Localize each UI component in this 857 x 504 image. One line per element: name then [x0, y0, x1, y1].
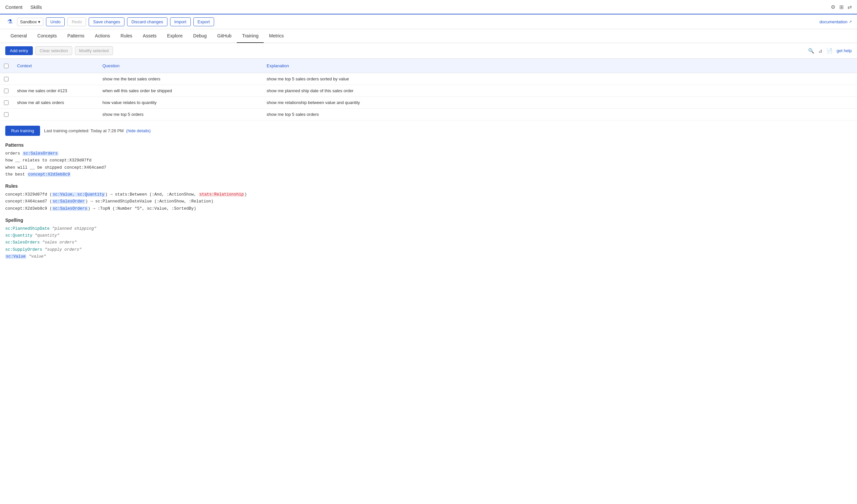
row1-context: [13, 73, 99, 85]
spell2-concept: sc:Quantity: [5, 233, 33, 238]
spelling-line-5: sc:Value "value": [5, 253, 852, 260]
table-row: show me sales order #123 when will this …: [0, 85, 857, 97]
search-icon[interactable]: 🔍: [808, 48, 814, 54]
tab-concepts[interactable]: Concepts: [32, 29, 62, 43]
spell5-value: "value": [29, 254, 46, 259]
row2-context: show me sales order #123: [13, 85, 99, 97]
rules-code: concept:X329d07fd (sc:Value, sc:Quantity…: [5, 191, 852, 212]
filter-icon[interactable]: ⊿: [818, 48, 823, 54]
row2-question: when will this sales order be shipped: [99, 85, 263, 97]
run-training-bar: Run training Last training completed: To…: [5, 126, 852, 136]
row1-question: show me the best sales orders: [99, 73, 263, 85]
patterns-heading: Patterns: [5, 142, 852, 147]
run-training-button[interactable]: Run training: [5, 126, 40, 136]
sandbox-select[interactable]: Sandbox ▾: [17, 18, 43, 26]
spell3-concept: sc:SalesOrders: [5, 240, 40, 245]
rule1-and: :And: [152, 192, 162, 197]
top-icons: ⚙ ⊞ ⇄: [831, 4, 852, 10]
pattern-line-4: the best concept:X2d3eb8c9: [5, 171, 852, 178]
tab-training[interactable]: Training: [237, 29, 264, 43]
pattern-line-1: orders sc:SalesOrders: [5, 150, 852, 157]
flow-icon[interactable]: ⇄: [847, 4, 852, 10]
row3-explanation: show me relationship between value and q…: [263, 97, 857, 108]
tab-debug[interactable]: Debug: [188, 29, 212, 43]
tab-patterns[interactable]: Patterns: [62, 29, 90, 43]
top-bar-right: ⚙ ⊞ ⇄: [831, 4, 852, 10]
table-icon[interactable]: ⊞: [839, 4, 843, 10]
undo-button[interactable]: Undo: [46, 17, 65, 26]
row3-checkbox: [0, 97, 13, 108]
nav-content[interactable]: Content: [5, 3, 23, 11]
spell4-concept: sc:SupplyOrders: [5, 247, 43, 252]
tab-assets[interactable]: Assets: [138, 29, 162, 43]
export-doc-icon[interactable]: 📄: [826, 48, 833, 54]
discard-changes-button[interactable]: Discard changes: [127, 17, 167, 26]
training-toolbar: Add entry Clear selection Modify selecte…: [0, 43, 857, 59]
spell1-value: "planned shipping": [52, 226, 97, 231]
tab-github[interactable]: GitHub: [212, 29, 237, 43]
hide-details-link[interactable]: (hide details): [126, 128, 150, 133]
spelling-line-2: sc:Quantity "quantity": [5, 232, 852, 239]
documentation-link[interactable]: documentation ↗: [820, 19, 852, 24]
tab-metrics[interactable]: Metrics: [264, 29, 289, 43]
table-header: Context Question Explanation: [0, 59, 857, 73]
row3-question: how value relates to quantity: [99, 97, 263, 108]
nav-skills[interactable]: Skills: [31, 3, 42, 11]
row1-explanation: show me top 5 sales orders sorted by val…: [263, 73, 857, 85]
spell1-concept: sc:PlannedShipDate: [5, 226, 50, 231]
rule2-highlight: sc:SalesOrder: [52, 199, 86, 204]
row1-check[interactable]: [4, 77, 9, 81]
redo-button[interactable]: Redo: [67, 17, 86, 26]
training-status: Last training completed: Today at 7:28 P…: [44, 128, 151, 133]
row2-explanation: show me planned ship date of this sales …: [263, 85, 857, 97]
modify-selected-button[interactable]: Modify selected: [75, 46, 113, 55]
import-button[interactable]: Import: [170, 17, 191, 26]
rule1-highlight1: sc:Value, sc:Quantity: [52, 192, 105, 197]
rule-line-3: concept:X2d3eb8c9 (sc:SalesOrders) → :To…: [5, 205, 852, 212]
training-table: Context Question Explanation show me the…: [0, 59, 857, 120]
table-row: show me all sales orders how value relat…: [0, 97, 857, 109]
external-link-icon: ↗: [849, 20, 852, 24]
tabs: General Concepts Patterns Actions Rules …: [0, 29, 857, 43]
row2-check[interactable]: [4, 89, 9, 93]
row3-check[interactable]: [4, 100, 9, 105]
table-row: show me the best sales orders show me to…: [0, 73, 857, 85]
training-toolbar-right: 🔍 ⊿ 📄 get help: [808, 48, 852, 54]
header-question: Question: [99, 62, 263, 70]
header-explanation: Explanation: [263, 62, 857, 70]
top-bar: Content Skills ⚙ ⊞ ⇄: [0, 0, 857, 14]
row4-check[interactable]: [4, 112, 9, 117]
spell3-value: "sales orders": [43, 240, 77, 245]
spelling-line-1: sc:PlannedShipDate "planned shipping": [5, 225, 852, 232]
get-help-label[interactable]: get help: [837, 48, 852, 53]
clear-selection-button[interactable]: Clear selection: [35, 46, 72, 55]
row2-checkbox: [0, 85, 13, 97]
header-checkbox-col: [0, 62, 13, 70]
spelling-heading: Spelling: [5, 218, 852, 223]
dna-icon[interactable]: ⚙: [831, 4, 835, 10]
tab-general[interactable]: General: [5, 29, 32, 43]
tab-explore[interactable]: Explore: [162, 29, 188, 43]
spell4-value: "supply orders": [45, 247, 82, 252]
row4-context: [13, 109, 99, 120]
sandbox-label: Sandbox: [20, 19, 37, 24]
select-all-checkbox[interactable]: [4, 64, 9, 68]
spell2-value: "quantity": [35, 233, 60, 238]
header-context: Context: [13, 62, 99, 70]
toolbar: ⚗ Sandbox ▾ Undo Redo Save changes Disca…: [0, 14, 857, 29]
patterns-code: orders sc:SalesOrders how __ relates to …: [5, 150, 852, 178]
export-button[interactable]: Export: [194, 17, 214, 26]
rule-line-1: concept:X329d07fd (sc:Value, sc:Quantity…: [5, 191, 852, 198]
flask-icon: ⚗: [5, 17, 14, 26]
row4-explanation: show me top 5 sales orders: [263, 109, 857, 120]
table-row: show me top 5 orders show me top 5 sales…: [0, 109, 857, 120]
row3-context: show me all sales orders: [13, 97, 99, 108]
spell5-concept: sc:Value: [5, 254, 26, 259]
add-entry-button[interactable]: Add entry: [5, 46, 33, 55]
chevron-down-icon: ▾: [38, 19, 40, 24]
spelling-line-3: sc:SalesOrders "sales orders": [5, 239, 852, 246]
save-changes-button[interactable]: Save changes: [89, 17, 124, 26]
tab-actions[interactable]: Actions: [90, 29, 115, 43]
spelling-code: sc:PlannedShipDate "planned shipping" sc…: [5, 225, 852, 260]
tab-rules[interactable]: Rules: [115, 29, 138, 43]
